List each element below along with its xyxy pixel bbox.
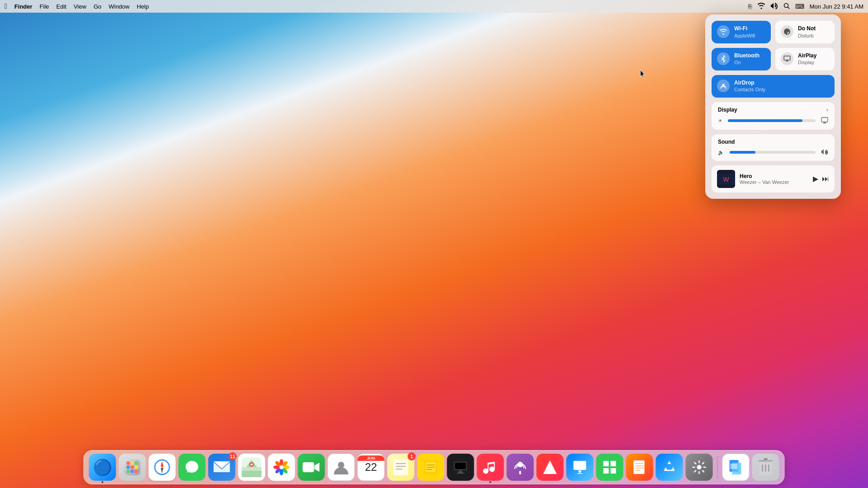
svg-rect-75 [764,458,768,460]
dock-finder[interactable]: 🔵 [89,454,116,481]
now-playing: W Hero Weezer – Van Weezer ▶ ⏭ [712,165,835,192]
dock-contacts[interactable] [328,454,355,481]
svg-rect-62 [611,468,616,474]
search-icon[interactable] [783,3,790,10]
dock-finder-dot [102,481,104,483]
bluetooth-tile-text: Bluetooth On [734,52,760,66]
dock-keynote[interactable] [566,454,594,481]
svg-text:W: W [723,176,729,183]
dnd-tile-icon [781,25,793,38]
dock-music[interactable] [477,454,504,481]
dock-launchpad[interactable] [119,454,146,481]
mail-badge: 11 [229,452,237,460]
dock-news[interactable] [537,454,564,481]
dock-podcasts[interactable] [507,454,534,481]
dock-mail[interactable]: 11 [208,454,236,481]
dock-stickies[interactable] [417,454,444,481]
skip-forward-button[interactable]: ⏭ [822,175,829,183]
apple-menu[interactable]:  [5,2,7,10]
dock-numbers[interactable] [596,454,623,481]
calendar-date: 22 [365,461,377,474]
sound-output-icon[interactable] [821,149,828,156]
menu-file[interactable]: File [40,3,49,10]
display-brightness-row: ☀ [718,117,828,125]
calendar-month: JUN [358,455,385,461]
airdrop-tile-icon [717,80,730,92]
svg-point-15 [131,465,134,469]
svg-rect-74 [759,460,773,462]
svg-rect-28 [242,471,262,477]
menu-finder[interactable]: Finder [14,3,33,10]
dnd-tile-subtitle: Disturb [798,33,816,39]
svg-point-18 [131,469,134,473]
dock-appletv[interactable] [447,454,474,481]
airplay-tile[interactable]: AirPlay Display [775,48,835,70]
dock-preview[interactable] [722,454,750,481]
track-info: Hero Weezer – Van Weezer [740,173,808,185]
volume-slider[interactable] [730,151,816,154]
bluetooth-tile-icon [717,52,730,65]
svg-point-68 [697,465,702,469]
svg-point-42 [338,462,344,468]
do-not-disturb-tile[interactable]: Do Not Disturb [775,21,835,43]
display-label: Display [718,107,737,113]
wifi-tile-title: Wi-Fi [734,25,755,33]
menu-help[interactable]: Help [137,3,149,10]
volume-slider-fill [730,151,755,154]
svg-point-19 [135,469,138,473]
svg-point-30 [250,464,253,466]
dnd-tile-title: Do Not [798,25,816,33]
wifi-icon[interactable] [757,3,765,10]
dock-trash[interactable] [752,454,779,481]
svg-rect-72 [731,464,738,469]
airdrop-tile-title: AirDrop [734,80,765,87]
menubar-datetime[interactable]: Mon Jun 22 9:41 AM [810,3,863,10]
dock-facetime[interactable] [298,454,325,481]
album-art: W [717,170,735,188]
bluetooth-tile[interactable]: Bluetooth On [712,48,771,70]
keyboard-icon[interactable]: ⌨ [795,3,804,10]
track-artist: Weezer – Van Weezer [740,179,808,185]
volume-min-icon: 🔈 [718,150,724,155]
display-chevron-icon[interactable]: › [826,107,828,113]
dock-appstore[interactable] [656,454,683,481]
brightness-slider[interactable] [728,119,816,122]
airdrop-tile-subtitle: Contacts Only [734,86,765,93]
menubar-left:  Finder File Edit View Go Window Help [5,2,149,10]
bluetooth-tile-subtitle: On [734,59,760,66]
airplay-tile-text: AirPlay Display [798,52,816,66]
dock-separator [717,456,718,479]
brightness-min-icon: ☀ [718,118,722,124]
svg-rect-78 [769,465,769,472]
dock-maps[interactable] [238,454,265,481]
dock-calendar[interactable]: JUN 22 [358,454,385,481]
sound-icon[interactable] [771,3,778,10]
menu-go[interactable]: Go [94,3,101,10]
menu-view[interactable]: View [74,3,86,10]
display-settings-icon[interactable] [821,117,828,125]
dock-photos[interactable] [268,454,295,481]
svg-rect-59 [604,461,609,466]
menu-edit[interactable]: Edit [57,3,66,10]
dock-safari[interactable] [149,454,176,481]
svg-rect-40 [303,462,314,472]
menu-window[interactable]: Window [108,3,129,10]
track-title: Hero [740,173,808,179]
svg-point-14 [127,465,130,469]
airplay-tile-icon [781,52,793,65]
dock-system-preferences[interactable] [686,454,713,481]
display-header: Display › [718,107,828,113]
wifi-tile[interactable]: Wi-Fi AppleWifi [712,21,771,43]
sound-volume-row: 🔈 [718,149,828,156]
play-button[interactable]: ▶ [813,174,818,183]
airdrop-tile[interactable]: AirDrop Contacts Only [712,75,835,98]
dock-notes[interactable]: 1 [387,454,415,481]
wifi-tile-text: Wi-Fi AppleWifi [734,25,755,39]
menubar:  Finder File Edit View Go Window Help ⎘ [0,0,868,13]
airdrop-tile-text: AirDrop Contacts Only [734,80,765,93]
svg-rect-54 [457,473,464,474]
wifi-tile-icon [717,25,730,38]
dock-messages[interactable] [179,454,206,481]
screen-mirror-icon[interactable]: ⎘ [748,3,752,10]
dock-pages[interactable] [626,454,653,481]
